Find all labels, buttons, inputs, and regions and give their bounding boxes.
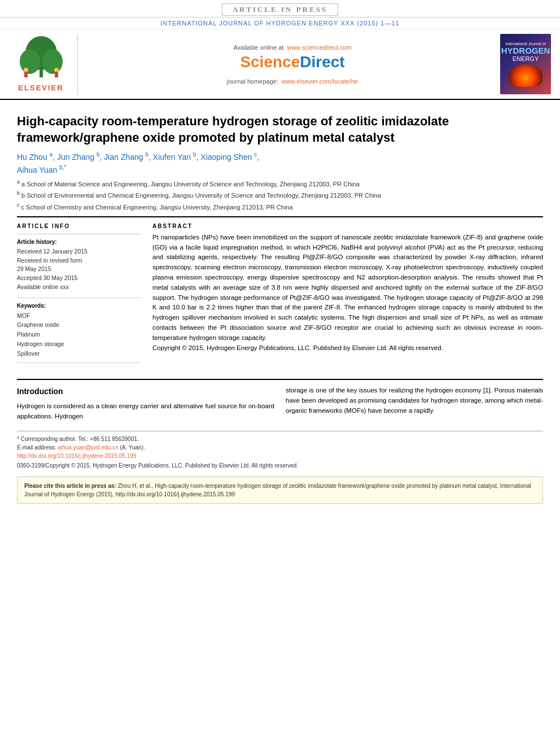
intro-col-left: Introduction Hydrogen is considered as a…: [17, 386, 274, 421]
sciencedirect-logo: ScienceDirect: [240, 53, 344, 71]
article-title: High-capacity room-temperature hydrogen …: [17, 113, 543, 146]
keywords-label: Keywords:: [17, 303, 141, 309]
elsevier-label: ELSEVIER: [18, 84, 63, 92]
author-jun-zhang: Jun Zhang b: [57, 152, 100, 161]
keyword-mof: MOF: [17, 311, 141, 321]
article-info-column: ARTICLE INFO Article history: Received 1…: [17, 223, 141, 368]
revised-date: 29 May 2015: [17, 265, 141, 274]
aip-text: ARTICLE IN PRESS: [222, 3, 338, 16]
introduction-section: Introduction Hydrogen is considered as a…: [17, 379, 543, 421]
journal-info-center: Available online at www.sciencedirect.co…: [85, 34, 500, 94]
author-xiaoping-shen: Xiaoping Shen c: [200, 152, 257, 161]
doi-link[interactable]: http://dx.doi.org/10.1016/j.ijhydene.201…: [17, 453, 136, 459]
affiliations: a a School of Material Science and Engin…: [17, 178, 543, 211]
journal-homepage-link[interactable]: www.elsevier.com/locate/he: [282, 78, 358, 85]
email-label: E-mail address:: [17, 444, 56, 451]
article-info-heading: ARTICLE INFO: [17, 223, 141, 229]
keyword-graphene: Graphene oxide: [17, 320, 141, 330]
accepted-date: Accepted 30 May 2015: [17, 274, 141, 283]
keyword-platinum: Platinum: [17, 330, 141, 339]
footnotes-section: * Corresponding author. Tel.: +86 511 85…: [17, 431, 543, 470]
author-aihua-yuan: Aihua Yuan b,*: [17, 165, 67, 174]
citation-box: Please cite this article in press as: Zh…: [17, 477, 543, 504]
sciencedirect-link[interactable]: www.sciencedirect.com: [287, 44, 351, 51]
article-in-press-banner: ARTICLE IN PRESS: [0, 0, 560, 18]
journal-name: INTERNATIONAL JOURNAL OF HYDROGEN ENERGY…: [160, 20, 399, 27]
header-section: ELSEVIER Available online at www.science…: [0, 29, 560, 100]
svg-point-2: [20, 49, 40, 74]
divider-info-bottom: [17, 362, 141, 363]
history-label: Article history:: [17, 239, 141, 245]
author-xiufen-yan: Xiufen Yan b: [153, 152, 196, 161]
intro-heading: Introduction: [17, 386, 274, 398]
divider-info-top: [17, 234, 141, 234]
affiliation-c: c c School of Chemistry and Chemical Eng…: [17, 202, 543, 212]
abstract-text: Pt nanoparticles (NPs) have been immobil…: [152, 233, 543, 343]
received-date: Received 12 January 2015: [17, 247, 141, 256]
copyright-bottom: 0360-3199/Copyright © 2015, Hydrogen Ene…: [17, 461, 543, 470]
science-text: Science: [240, 53, 300, 71]
email-suffix: (A. Yuan).: [120, 444, 145, 451]
abstract-column: ABSTRACT Pt nanoparticles (NPs) have bee…: [152, 223, 543, 368]
keywords-block: Keywords: MOF Graphene oxide Platinum Hy…: [17, 303, 141, 359]
email-link[interactable]: aihua.yuan@just.edu.cn: [58, 444, 118, 451]
corresponding-author: * Corresponding author. Tel.: +86 511 85…: [17, 435, 543, 443]
svg-point-4: [24, 68, 28, 72]
affiliation-a: a a School of Material Science and Engin…: [17, 178, 543, 189]
affiliation-b: b b School of Environmental and Chemical…: [17, 190, 543, 200]
authors: Hu Zhou a, Jun Zhang b, Jian Zhang b, Xi…: [17, 150, 543, 176]
revised-form-label: Received in revised form: [17, 256, 141, 265]
divider-thick: [17, 216, 543, 217]
available-online-date: Available online xxx: [17, 283, 141, 292]
doi-line: http://dx.doi.org/10.1016/j.ijhydene.201…: [17, 452, 543, 460]
citation-label: Please cite this article in press as:: [24, 483, 116, 489]
keyword-spillover: Spillover: [17, 349, 141, 359]
journal-cover-image: [509, 64, 542, 87]
article-history-block: Article history: Received 12 January 201…: [17, 239, 141, 292]
svg-rect-5: [24, 72, 28, 77]
abstract-heading: ABSTRACT: [152, 223, 543, 229]
intro-text-left: Hydrogen is considered as a clean energy…: [17, 401, 274, 422]
divider-info-mid: [17, 298, 141, 298]
journal-bar: INTERNATIONAL JOURNAL OF HYDROGEN ENERGY…: [0, 18, 560, 29]
intro-text-right: storage is one of the key issues for rea…: [286, 386, 543, 416]
email-line: E-mail address: aihua.yuan@just.edu.cn (…: [17, 443, 543, 452]
svg-rect-7: [55, 72, 58, 77]
abstract-copyright: Copyright © 2015, Hydrogen Energy Public…: [152, 343, 543, 353]
article-body: High-capacity room-temperature hydrogen …: [0, 100, 560, 509]
journal-homepage: journal homepage: www.elsevier.com/locat…: [227, 78, 358, 85]
available-online-text: Available online at www.sciencedirect.co…: [233, 44, 352, 51]
elsevier-logo: ELSEVIER: [5, 34, 78, 94]
direct-text: Direct: [300, 53, 344, 71]
journal-cover-hydrogen: HYDROGEN: [501, 46, 550, 56]
intro-col-right: storage is one of the key issues for rea…: [286, 386, 543, 421]
keyword-hydrogen: Hydrogen storage: [17, 339, 141, 349]
svg-point-6: [54, 68, 59, 72]
author-jian-zhang: Jian Zhang b: [104, 152, 148, 161]
journal-cover: International Journal of HYDROGEN ENERGY: [500, 34, 551, 94]
author-hu-zhou: Hu Zhou a: [17, 152, 53, 161]
svg-point-3: [42, 49, 63, 74]
elsevier-tree-icon: [16, 36, 67, 81]
journal-cover-energy: ENERGY: [513, 55, 539, 62]
info-abstract-section: ARTICLE INFO Article history: Received 1…: [17, 223, 543, 368]
introduction-two-col: Introduction Hydrogen is considered as a…: [17, 386, 543, 421]
